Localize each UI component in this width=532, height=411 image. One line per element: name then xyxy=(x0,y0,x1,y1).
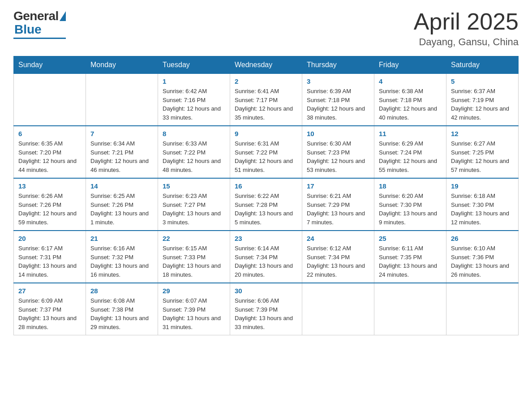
logo-triangle-icon xyxy=(60,11,66,21)
day-info: Sunrise: 6:35 AMSunset: 7:20 PMDaylight:… xyxy=(18,139,81,174)
calendar-cell: 18Sunrise: 6:20 AMSunset: 7:30 PMDayligh… xyxy=(374,178,446,231)
day-number: 4 xyxy=(379,77,442,85)
calendar-cell: 5Sunrise: 6:37 AMSunset: 7:19 PMDaylight… xyxy=(446,74,519,126)
calendar-cell: 11Sunrise: 6:29 AMSunset: 7:24 PMDayligh… xyxy=(374,126,446,178)
calendar-cell xyxy=(14,74,86,126)
day-number: 9 xyxy=(235,130,297,137)
month-title: April 2025 xyxy=(414,9,519,34)
day-info: Sunrise: 6:34 AMSunset: 7:21 PMDaylight:… xyxy=(90,139,153,174)
day-number: 18 xyxy=(379,182,442,190)
calendar-cell: 26Sunrise: 6:10 AMSunset: 7:36 PMDayligh… xyxy=(446,231,519,283)
location-title: Dayang, Gansu, China xyxy=(414,36,519,48)
calendar-cell: 19Sunrise: 6:18 AMSunset: 7:30 PMDayligh… xyxy=(446,178,519,231)
day-number: 25 xyxy=(379,235,442,242)
calendar-cell: 13Sunrise: 6:26 AMSunset: 7:26 PMDayligh… xyxy=(14,178,86,231)
day-number: 12 xyxy=(451,130,514,137)
day-number: 28 xyxy=(90,287,153,295)
day-number: 20 xyxy=(18,235,81,242)
day-info: Sunrise: 6:30 AMSunset: 7:23 PMDaylight:… xyxy=(307,139,369,174)
day-info: Sunrise: 6:39 AMSunset: 7:18 PMDaylight:… xyxy=(307,87,369,122)
header-friday: Friday xyxy=(374,56,446,74)
day-number: 10 xyxy=(307,130,369,137)
day-info: Sunrise: 6:11 AMSunset: 7:35 PMDaylight:… xyxy=(379,244,442,279)
day-number: 1 xyxy=(163,77,225,85)
day-number: 21 xyxy=(90,235,153,242)
day-number: 15 xyxy=(163,182,225,190)
day-info: Sunrise: 6:10 AMSunset: 7:36 PMDaylight:… xyxy=(451,244,514,279)
header-tuesday: Tuesday xyxy=(158,56,230,74)
calendar-cell xyxy=(374,283,446,335)
day-number: 16 xyxy=(235,182,297,190)
day-info: Sunrise: 6:07 AMSunset: 7:39 PMDaylight:… xyxy=(163,296,225,331)
calendar-cell: 9Sunrise: 6:31 AMSunset: 7:22 PMDaylight… xyxy=(230,126,302,178)
day-number: 6 xyxy=(18,130,81,137)
day-number: 3 xyxy=(307,77,369,85)
day-number: 19 xyxy=(451,182,514,190)
calendar-header-row: SundayMondayTuesdayWednesdayThursdayFrid… xyxy=(14,56,519,74)
day-number: 7 xyxy=(90,130,153,137)
calendar-cell: 27Sunrise: 6:09 AMSunset: 7:37 PMDayligh… xyxy=(14,283,86,335)
header-sunday: Sunday xyxy=(14,56,86,74)
logo: General Blue xyxy=(13,9,66,39)
day-info: Sunrise: 6:29 AMSunset: 7:24 PMDaylight:… xyxy=(379,139,442,174)
day-info: Sunrise: 6:38 AMSunset: 7:18 PMDaylight:… xyxy=(379,87,442,122)
day-info: Sunrise: 6:22 AMSunset: 7:28 PMDaylight:… xyxy=(235,192,297,227)
page-header: General Blue April 2025 Dayang, Gansu, C… xyxy=(13,9,519,48)
day-number: 23 xyxy=(235,235,297,242)
day-info: Sunrise: 6:33 AMSunset: 7:22 PMDaylight:… xyxy=(163,139,225,174)
calendar-cell: 2Sunrise: 6:41 AMSunset: 7:17 PMDaylight… xyxy=(230,74,302,126)
calendar-cell xyxy=(446,283,519,335)
day-info: Sunrise: 6:15 AMSunset: 7:33 PMDaylight:… xyxy=(163,244,225,279)
day-number: 5 xyxy=(451,77,514,85)
calendar-cell: 8Sunrise: 6:33 AMSunset: 7:22 PMDaylight… xyxy=(158,126,230,178)
day-info: Sunrise: 6:42 AMSunset: 7:16 PMDaylight:… xyxy=(163,87,225,122)
day-number: 26 xyxy=(451,235,514,242)
calendar-cell: 25Sunrise: 6:11 AMSunset: 7:35 PMDayligh… xyxy=(374,231,446,283)
calendar-week-2: 6Sunrise: 6:35 AMSunset: 7:20 PMDaylight… xyxy=(14,126,519,178)
calendar-cell: 16Sunrise: 6:22 AMSunset: 7:28 PMDayligh… xyxy=(230,178,302,231)
header-saturday: Saturday xyxy=(446,56,519,74)
calendar-cell xyxy=(86,74,158,126)
calendar-week-5: 27Sunrise: 6:09 AMSunset: 7:37 PMDayligh… xyxy=(14,283,519,335)
day-number: 29 xyxy=(163,287,225,295)
day-number: 27 xyxy=(18,287,81,295)
calendar-cell: 29Sunrise: 6:07 AMSunset: 7:39 PMDayligh… xyxy=(158,283,230,335)
day-number: 8 xyxy=(163,130,225,137)
calendar-week-3: 13Sunrise: 6:26 AMSunset: 7:26 PMDayligh… xyxy=(14,178,519,231)
day-number: 14 xyxy=(90,182,153,190)
header-thursday: Thursday xyxy=(302,56,374,74)
day-info: Sunrise: 6:21 AMSunset: 7:29 PMDaylight:… xyxy=(307,192,369,227)
day-number: 13 xyxy=(18,182,81,190)
calendar-cell: 17Sunrise: 6:21 AMSunset: 7:29 PMDayligh… xyxy=(302,178,374,231)
calendar-cell: 24Sunrise: 6:12 AMSunset: 7:34 PMDayligh… xyxy=(302,231,374,283)
logo-blue-text: Blue xyxy=(14,22,42,37)
calendar-cell: 12Sunrise: 6:27 AMSunset: 7:25 PMDayligh… xyxy=(446,126,519,178)
day-info: Sunrise: 6:06 AMSunset: 7:39 PMDaylight:… xyxy=(235,296,297,331)
day-info: Sunrise: 6:41 AMSunset: 7:17 PMDaylight:… xyxy=(235,87,297,122)
day-info: Sunrise: 6:23 AMSunset: 7:27 PMDaylight:… xyxy=(163,192,225,227)
header-monday: Monday xyxy=(86,56,158,74)
day-info: Sunrise: 6:17 AMSunset: 7:31 PMDaylight:… xyxy=(18,244,81,279)
day-info: Sunrise: 6:20 AMSunset: 7:30 PMDaylight:… xyxy=(379,192,442,227)
day-number: 17 xyxy=(307,182,369,190)
calendar-cell: 4Sunrise: 6:38 AMSunset: 7:18 PMDaylight… xyxy=(374,74,446,126)
day-number: 30 xyxy=(235,287,297,295)
calendar-cell: 1Sunrise: 6:42 AMSunset: 7:16 PMDaylight… xyxy=(158,74,230,126)
logo-underline xyxy=(13,38,66,39)
day-info: Sunrise: 6:12 AMSunset: 7:34 PMDaylight:… xyxy=(307,244,369,279)
day-info: Sunrise: 6:31 AMSunset: 7:22 PMDaylight:… xyxy=(235,139,297,174)
calendar-week-4: 20Sunrise: 6:17 AMSunset: 7:31 PMDayligh… xyxy=(14,231,519,283)
day-info: Sunrise: 6:27 AMSunset: 7:25 PMDaylight:… xyxy=(451,139,514,174)
calendar-cell: 7Sunrise: 6:34 AMSunset: 7:21 PMDaylight… xyxy=(86,126,158,178)
calendar-cell: 3Sunrise: 6:39 AMSunset: 7:18 PMDaylight… xyxy=(302,74,374,126)
day-info: Sunrise: 6:26 AMSunset: 7:26 PMDaylight:… xyxy=(18,192,81,227)
calendar-cell: 21Sunrise: 6:16 AMSunset: 7:32 PMDayligh… xyxy=(86,231,158,283)
calendar-cell: 20Sunrise: 6:17 AMSunset: 7:31 PMDayligh… xyxy=(14,231,86,283)
day-number: 2 xyxy=(235,77,297,85)
calendar-cell: 10Sunrise: 6:30 AMSunset: 7:23 PMDayligh… xyxy=(302,126,374,178)
calendar-week-1: 1Sunrise: 6:42 AMSunset: 7:16 PMDaylight… xyxy=(14,74,519,126)
day-info: Sunrise: 6:37 AMSunset: 7:19 PMDaylight:… xyxy=(451,87,514,122)
day-info: Sunrise: 6:09 AMSunset: 7:37 PMDaylight:… xyxy=(18,296,81,331)
day-info: Sunrise: 6:08 AMSunset: 7:38 PMDaylight:… xyxy=(90,296,153,331)
calendar-cell: 22Sunrise: 6:15 AMSunset: 7:33 PMDayligh… xyxy=(158,231,230,283)
